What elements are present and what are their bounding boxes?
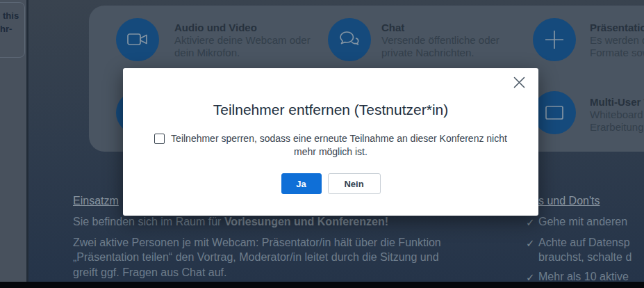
whiteboard-icon xyxy=(533,91,576,134)
feature-line: Formate sowie PD xyxy=(590,47,644,59)
plus-icon xyxy=(533,18,576,61)
feature-title: Multi-User White xyxy=(590,96,644,109)
room-intro-normal: Sie befinden sich im Raum für xyxy=(73,216,224,227)
feature-whiteboard: Multi-User White Whiteboard zur ge Erarb… xyxy=(590,96,644,134)
webcam-icon xyxy=(116,18,159,61)
dos-item: Achte auf Datensp xyxy=(538,237,630,249)
feature-title: Chat xyxy=(381,22,499,34)
chat-panel: this hr- xyxy=(0,0,26,282)
checkbox-label-line2: mehr möglich ist. xyxy=(123,146,538,157)
block-rejoin-row: Teilnehmer sperren, sodass eine erneute … xyxy=(123,133,538,144)
feature-line: Erarbeitung von In xyxy=(590,121,644,134)
modal-buttons: Ja Nein xyxy=(123,173,538,194)
paragraph-line: „Präsentation teilen“ den Vortrag, Moder… xyxy=(73,251,439,264)
feature-title: Audio und Video xyxy=(174,22,311,34)
bottom-black-bar xyxy=(0,282,644,288)
close-icon[interactable] xyxy=(513,76,526,89)
checkbox-label-line1: Teilnehmer sperren, sodass eine erneute … xyxy=(171,133,507,144)
chat-bubbles-icon xyxy=(328,18,371,61)
feature-line: Es werden die gän xyxy=(590,34,644,47)
check-icon: ✓ xyxy=(526,237,535,250)
cancel-no-button[interactable]: Nein xyxy=(328,173,381,194)
confirm-yes-button[interactable]: Ja xyxy=(281,173,322,194)
room-intro-line: Sie befinden sich im Raum für Vorlesunge… xyxy=(73,216,388,228)
dos-item: Gehe mit anderen xyxy=(538,216,627,228)
dos-item-wrap: brauchst, schalte d xyxy=(538,251,631,264)
feature-line: Whiteboard zur ge xyxy=(590,109,644,121)
paragraph-line: greift ggf. Fragen aus Chat auf. xyxy=(73,266,226,279)
feature-line: Aktiviere deine Webcam oder xyxy=(174,34,311,47)
feature-chat: Chat Versende öffentliche oder private N… xyxy=(381,22,499,59)
paragraph-line: Zwei aktive Personen je mit Webcam: Präs… xyxy=(73,237,441,249)
room-intro-bold: Vorlesungen und Konferenzen! xyxy=(224,216,388,227)
feature-audio-video: Audio und Video Aktiviere deine Webcam o… xyxy=(174,22,311,59)
chat-message-text: hr- xyxy=(0,24,12,34)
feature-presentations: Präsentationen t Es werden die gän Forma… xyxy=(590,22,644,59)
feature-title: Präsentationen t xyxy=(590,22,644,34)
chat-message-text: this xyxy=(3,10,19,21)
remove-user-modal: Teilnehmer entfernen (Testnutzer*in) Tei… xyxy=(123,68,538,216)
block-rejoin-checkbox[interactable] xyxy=(154,134,165,144)
modal-title: Teilnehmer entfernen (Testnutzer*in) xyxy=(123,102,538,118)
heading-einsatz: Einsatzm xyxy=(73,195,119,207)
feature-line: private Nachrichten. xyxy=(381,47,499,59)
check-icon: ✓ xyxy=(526,216,535,229)
feature-line: dein Mikrofon. xyxy=(174,47,311,59)
heading-dos-donts: s und Don'ts xyxy=(538,195,600,207)
feature-line: Versende öffentliche oder xyxy=(381,34,499,47)
